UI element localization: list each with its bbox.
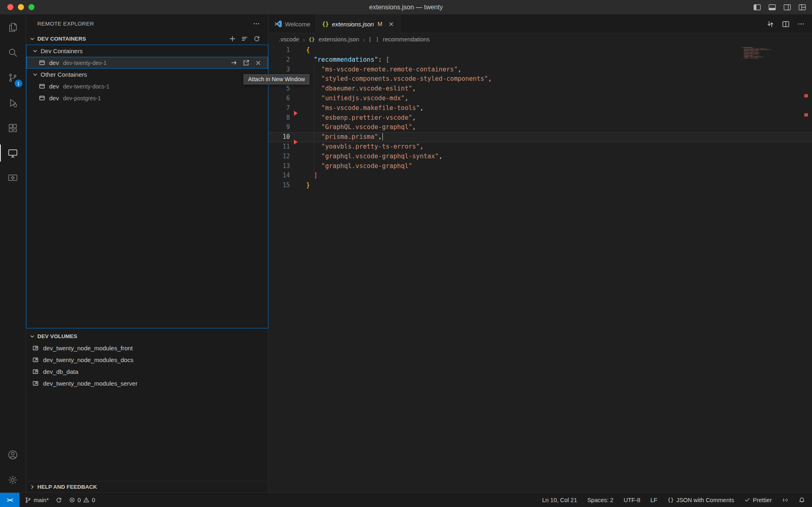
- code-line[interactable]: 7 "ms-vscode.makefile-tools",: [269, 104, 812, 113]
- close-icon[interactable]: [255, 60, 261, 66]
- formatter-label: Prettier: [753, 497, 772, 503]
- tab-extensions-json[interactable]: {} extensions.json M: [316, 15, 400, 33]
- chevron-down-icon: [32, 48, 38, 54]
- code-line[interactable]: 1{: [269, 45, 812, 55]
- activity-settings-icon[interactable]: [0, 467, 26, 492]
- tree-item-dev-postgres-1[interactable]: dev dev-postgres-1: [26, 92, 268, 104]
- error-count: 0: [78, 497, 81, 503]
- code-line[interactable]: 3 "ms-vscode-remote.remote-containers",: [269, 65, 812, 75]
- language-mode-item[interactable]: {} JSON with Comments: [667, 497, 734, 503]
- code-line[interactable]: 10 "prisma.prisma",: [269, 132, 812, 142]
- volume-item[interactable]: dev_twenty_node_modules_front: [26, 342, 268, 354]
- tab-welcome[interactable]: Welcome: [269, 15, 316, 33]
- section-dev-volumes[interactable]: DEV VOLUMES: [26, 330, 268, 342]
- customize-layout-icon[interactable]: [798, 3, 806, 11]
- breadcrumb-symbol[interactable]: recommendations: [383, 36, 430, 43]
- line-number[interactable]: 7: [269, 104, 290, 113]
- activity-search-icon[interactable]: [0, 40, 26, 65]
- activity-accounts-icon[interactable]: [0, 442, 26, 467]
- minimap[interactable]: { "recommendations": [ "ms-vscode-remote…: [741, 47, 772, 60]
- split-editor-icon[interactable]: [782, 20, 790, 28]
- filter-list-icon[interactable]: [241, 35, 248, 42]
- container-icon: [39, 83, 45, 90]
- attach-in-new-window-icon[interactable]: [243, 59, 250, 66]
- tree-group-dev-containers[interactable]: Dev Containers: [26, 45, 268, 57]
- minimize-window-button[interactable]: [18, 4, 24, 10]
- line-number[interactable]: 11: [269, 142, 290, 152]
- code-line[interactable]: 13 "graphql.vscode-graphql": [269, 162, 812, 171]
- line-number[interactable]: 14: [269, 171, 290, 181]
- close-window-button[interactable]: [7, 4, 13, 10]
- indentation-item[interactable]: Spaces: 2: [587, 497, 613, 503]
- volume-item[interactable]: dev_twenty_node_modules_docs: [26, 354, 268, 366]
- line-number[interactable]: 8: [269, 113, 290, 123]
- activity-extensions-icon[interactable]: [0, 115, 26, 140]
- line-number[interactable]: 15: [269, 181, 290, 190]
- open-changes-icon[interactable]: [767, 20, 774, 28]
- code-line[interactable]: 12 "graphql.vscode-graphql-syntax",: [269, 152, 812, 162]
- toggle-panel-icon[interactable]: [768, 3, 776, 11]
- sync-changes-icon[interactable]: [56, 497, 62, 503]
- more-actions-icon[interactable]: [797, 20, 805, 28]
- activity-run-debug-icon[interactable]: [0, 90, 26, 115]
- container-icon: [39, 95, 45, 101]
- editor-group: Welcome {} extensions.json M .vscode ›: [269, 15, 812, 492]
- attach-in-current-window-icon[interactable]: [231, 59, 238, 66]
- line-number[interactable]: 3: [269, 65, 290, 75]
- warning-icon: [83, 497, 89, 503]
- line-number[interactable]: 12: [269, 152, 290, 162]
- cursor-position-item[interactable]: Ln 10, Col 21: [542, 497, 577, 503]
- activity-explorer-icon[interactable]: [0, 15, 26, 40]
- code-line[interactable]: 2 "recommendations": [: [269, 55, 812, 65]
- encoding-item[interactable]: UTF-8: [624, 497, 640, 503]
- toggle-secondary-sidebar-icon[interactable]: [783, 3, 791, 11]
- code-line[interactable]: 6 "unifiedjs.vscode-mdx",: [269, 94, 812, 104]
- toggle-primary-sidebar-icon[interactable]: [753, 3, 761, 11]
- zoom-window-button[interactable]: [28, 4, 35, 10]
- notifications-bell-icon[interactable]: [799, 497, 805, 503]
- activity-source-control-icon[interactable]: 1: [0, 65, 26, 90]
- breadcrumb-folder[interactable]: .vscode: [279, 36, 299, 43]
- tab-label: extensions.json: [332, 21, 374, 28]
- line-number[interactable]: 6: [269, 94, 290, 104]
- new-dev-container-icon[interactable]: [229, 35, 236, 42]
- code-line[interactable]: 15}: [269, 181, 812, 190]
- eol-item[interactable]: LF: [650, 497, 657, 503]
- array-symbol-icon: [ ]: [369, 37, 379, 43]
- formatter-item[interactable]: Prettier: [744, 497, 772, 503]
- code-editor[interactable]: 1{2 "recommendations": [3 "ms-vscode-rem…: [269, 45, 812, 492]
- close-tab-icon[interactable]: [388, 21, 394, 27]
- code-line[interactable]: 8 "esbenp.prettier-vscode",: [269, 113, 812, 123]
- line-number[interactable]: 9: [269, 123, 290, 132]
- activity-remote-explorer-icon[interactable]: [0, 140, 26, 166]
- vscode-logo-icon: [274, 20, 282, 28]
- tree-item-dev-twenty-dev-1[interactable]: dev dev-twenty-dev-1: [26, 57, 268, 69]
- code-line[interactable]: 14 ]: [269, 171, 812, 181]
- broadcast-icon[interactable]: [782, 497, 788, 503]
- code-line[interactable]: 5 "dbaeumer.vscode-eslint",: [269, 84, 812, 94]
- section-dev-containers[interactable]: DEV CONTAINERS: [26, 32, 268, 45]
- volume-item[interactable]: dev_twenty_node_modules_server: [26, 378, 268, 389]
- volume-item[interactable]: dev_db_data: [26, 366, 268, 378]
- code-line[interactable]: 11 "yoavbls.pretty-ts-errors",: [269, 142, 812, 152]
- more-actions-icon[interactable]: [253, 20, 260, 27]
- tree-group-other-containers[interactable]: Other Containers: [26, 69, 268, 80]
- code-line[interactable]: 9 "GraphQL.vscode-graphql",: [269, 123, 812, 132]
- git-branch-item[interactable]: main*: [25, 497, 49, 503]
- container-name: dev: [49, 59, 59, 66]
- activity-dev-containers-icon[interactable]: [0, 166, 26, 191]
- problems-item[interactable]: 0 0: [69, 497, 95, 503]
- tree-item-dev-twenty-docs-1[interactable]: dev dev-twenty-docs-1: [26, 80, 268, 92]
- chevron-right-icon: ›: [303, 36, 305, 43]
- indent-guide: [314, 65, 314, 171]
- line-number[interactable]: 2: [269, 55, 290, 65]
- refresh-icon[interactable]: [253, 35, 260, 42]
- line-number[interactable]: 1: [269, 45, 290, 55]
- code-line[interactable]: 4 "styled-components.vscode-styled-compo…: [269, 74, 812, 84]
- section-help-and-feedback[interactable]: HELP AND FEEDBACK: [26, 481, 268, 492]
- breadcrumb-file[interactable]: extensions.json: [319, 36, 359, 43]
- line-number[interactable]: 5: [269, 84, 290, 94]
- line-number[interactable]: 13: [269, 162, 290, 171]
- remote-indicator[interactable]: ><: [0, 493, 19, 507]
- line-number[interactable]: 10: [269, 132, 290, 142]
